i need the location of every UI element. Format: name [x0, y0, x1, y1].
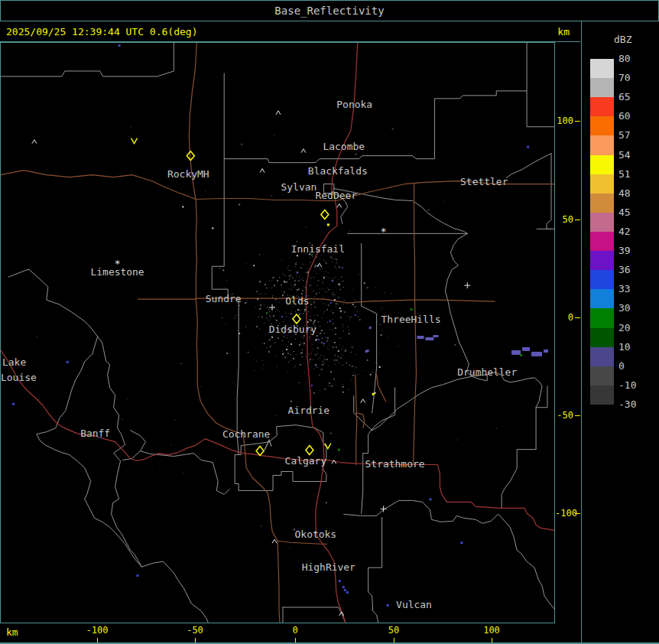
city-label: Blackfalds	[308, 165, 368, 177]
precip-speck	[300, 310, 300, 311]
precip-speck	[341, 277, 342, 278]
green-precip-speck	[338, 449, 340, 451]
precip-speck	[297, 255, 298, 256]
secondary-highway-line	[138, 298, 495, 303]
precip-speck	[302, 278, 303, 278]
precip-speck	[340, 317, 342, 318]
white-precip-speck	[375, 392, 376, 394]
precip-speck	[257, 298, 258, 300]
precip-speck	[355, 314, 356, 316]
precip-speck	[226, 280, 227, 281]
precip-speck	[342, 355, 343, 356]
radar-map-canvas[interactable]: **PonokaLacombeBlackfaldsSylvanRedDeerSt…	[0, 42, 555, 623]
precip-speck	[297, 354, 297, 355]
precip-speck	[262, 360, 263, 361]
precip-speck	[234, 317, 235, 318]
precip-speck	[315, 364, 317, 366]
precip-speck	[346, 363, 347, 363]
horizontal-distance-axis: km -100-50050100	[0, 624, 580, 642]
precip-speck	[298, 280, 300, 281]
precip-speck	[317, 353, 318, 354]
precip-speck	[367, 359, 368, 361]
precip-speck	[262, 368, 263, 369]
precip-speck	[274, 135, 274, 135]
precip-speck	[370, 374, 372, 376]
precip-speck	[307, 307, 307, 307]
precip-speck	[335, 364, 336, 365]
precip-speck	[269, 281, 270, 281]
legend-swatch	[590, 194, 614, 213]
precip-speck	[349, 230, 350, 231]
legend-value-label: 48	[618, 189, 649, 198]
precip-speck	[290, 354, 291, 355]
precip-speck	[313, 392, 315, 394]
precip-speck	[336, 306, 336, 307]
precip-speck	[427, 209, 429, 210]
y-axis-tick-mark	[575, 121, 580, 122]
precip-speck	[319, 375, 320, 376]
radar-map-svg[interactable]: **PonokaLacombeBlackfaldsSylvanRedDeerSt…	[1, 43, 554, 623]
city-label: Calgary	[285, 455, 327, 467]
blue-precip-speck	[429, 498, 431, 500]
precip-speck	[267, 307, 268, 307]
precip-speck	[331, 311, 332, 311]
precip-speck	[274, 343, 274, 344]
precip-speck	[324, 311, 325, 312]
precip-speck	[330, 320, 330, 320]
legend-value-label: 30	[618, 304, 649, 313]
legend-value-label: 36	[618, 265, 649, 275]
plus-marker-icon	[464, 282, 470, 288]
secondary-highway-line	[355, 375, 365, 465]
precip-speck	[304, 264, 304, 265]
precip-speck	[256, 361, 257, 362]
y-axis-tick-mark	[575, 220, 580, 220]
precip-speck	[285, 281, 287, 283]
yellow-dot-marker-icon	[327, 223, 330, 226]
precip-speck	[351, 317, 352, 317]
precip-speck	[328, 289, 329, 290]
precip-speck	[329, 278, 330, 278]
precip-speck	[326, 276, 327, 277]
precip-speck	[351, 379, 352, 380]
county-boundary-line	[354, 375, 488, 431]
precip-speck	[276, 299, 277, 300]
precip-speck	[278, 337, 279, 339]
precip-speck	[300, 343, 301, 343]
precip-speck	[327, 322, 328, 323]
legend-value-label: -10	[618, 381, 649, 390]
precip-speck	[313, 301, 315, 303]
caret-marker-icon	[32, 140, 37, 144]
precip-speck	[239, 305, 240, 306]
precip-speck	[261, 307, 261, 308]
precip-speck	[359, 319, 361, 320]
precip-speck	[264, 323, 265, 324]
precip-speck	[379, 352, 380, 353]
precip-speck	[310, 278, 311, 278]
legend-value-label: 42	[618, 227, 649, 236]
city-label: Okotoks	[295, 529, 337, 540]
precip-speck	[317, 367, 318, 368]
precip-speck	[343, 287, 344, 288]
precip-speck	[287, 346, 288, 347]
precip-speck	[323, 343, 325, 344]
precip-speck	[317, 285, 318, 286]
precip-speck	[314, 320, 316, 321]
precip-speck	[287, 372, 288, 372]
precip-speck	[343, 304, 344, 304]
scan-timestamp: 2025/09/25 12:39:44 UTC 0.6(deg)	[6, 26, 557, 37]
secondary-highway-line	[377, 375, 386, 402]
precip-speck	[281, 285, 281, 285]
white-precip-speck	[379, 366, 381, 368]
precip-speck	[318, 280, 319, 281]
blue-precip-speck	[344, 589, 346, 591]
precip-speck	[295, 311, 296, 312]
precip-speck	[324, 389, 326, 390]
precip-speck	[265, 294, 266, 294]
precip-speck	[353, 289, 354, 290]
precip-speck	[342, 327, 343, 327]
precip-speck	[307, 321, 309, 323]
precip-speck	[346, 350, 346, 350]
city-label: Louise	[1, 372, 37, 383]
precip-speck	[326, 340, 328, 342]
precip-speck	[323, 259, 324, 260]
